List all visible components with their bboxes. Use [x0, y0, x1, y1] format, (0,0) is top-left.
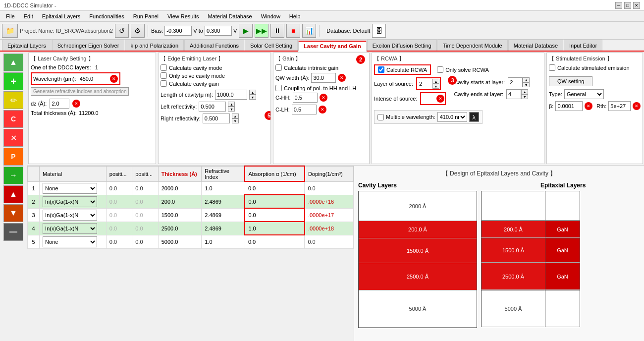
row-absorption[interactable]: 0.0	[245, 181, 304, 195]
right-reflect-spinners[interactable]: ▲ ▼	[232, 114, 239, 123]
tab-laser[interactable]: Laser Cavity and Gain	[298, 41, 367, 52]
tab-exciton[interactable]: Exciton Diffusion Setting	[367, 40, 437, 51]
layer-source-input[interactable]	[418, 79, 432, 89]
refresh-btn[interactable]: ↺	[115, 24, 129, 38]
cavity-starts-input[interactable]	[508, 77, 523, 87]
left-reflect-input[interactable]	[199, 102, 226, 112]
length-input[interactable]	[215, 90, 247, 100]
side-btn-move-down[interactable]: ▼	[3, 204, 23, 222]
bias-to-input[interactable]	[205, 26, 232, 36]
right-reflect-down[interactable]: ▼	[232, 118, 239, 123]
wavelength-dropdown[interactable]: 410.0 nm	[437, 112, 467, 122]
minimize-btn[interactable]: ─	[615, 2, 622, 9]
tab-time[interactable]: Time Dependent Module	[437, 40, 508, 51]
right-reflect-up[interactable]: ▲	[232, 114, 239, 118]
bias-from-input[interactable]	[164, 26, 192, 36]
table-row[interactable]: 2 In(x)Ga(1-x)N 0.0 0.0 200.0 2.4869 0.0…	[28, 195, 354, 208]
chh-clear[interactable]: ✕	[320, 94, 327, 102]
tab-material[interactable]: Material Database	[508, 40, 563, 51]
table-row[interactable]: 4 In(x)Ga(1-x)N 0.0 0.0 2500.0 2.4869 1.…	[28, 222, 354, 235]
play-btn[interactable]: ▶	[239, 24, 253, 38]
side-btn-delete[interactable]: ✕	[3, 129, 23, 147]
length-down[interactable]: ▼	[249, 95, 256, 100]
cs-up[interactable]: ▲	[523, 77, 530, 82]
menu-file[interactable]: File	[2, 12, 19, 20]
open-btn[interactable]: 📁	[2, 24, 18, 38]
run-btn[interactable]: ▶▶	[255, 24, 268, 38]
qw-setting-btn[interactable]: QW setting	[549, 76, 592, 86]
row-material[interactable]: In(x)Ga(1-x)N	[40, 208, 107, 222]
menu-functionalities[interactable]: Functionalities	[85, 12, 128, 20]
rth-input[interactable]	[608, 101, 631, 111]
menu-help[interactable]: Help	[285, 12, 305, 20]
ls-up[interactable]: ▲	[432, 79, 439, 84]
wavelength-input[interactable]	[78, 74, 108, 84]
menu-material-db[interactable]: Material Database	[204, 12, 256, 20]
menu-run[interactable]: Run Panel	[129, 12, 162, 20]
tab-epitaxial[interactable]: Epitaxial Layers	[2, 40, 52, 51]
tab-input[interactable]: Input Editor	[564, 40, 602, 51]
side-btn-up[interactable]: ▲	[3, 54, 23, 71]
tab-solar[interactable]: Solar Cell Setting	[245, 40, 298, 51]
only-solve-rcwa-cb[interactable]	[437, 66, 443, 73]
layer-source-spinners[interactable]: ▲ ▼	[432, 79, 439, 89]
type-select[interactable]: General	[564, 89, 604, 99]
table-row[interactable]: 3 In(x)Ga(1-x)N 0.0 0.0 1500.0 2.4869 0.…	[28, 208, 354, 222]
chart-btn[interactable]: 📊	[302, 24, 316, 38]
row-material[interactable]: In(x)Ga(1-x)N	[40, 195, 107, 208]
left-reflect-spinners[interactable]: ▲ ▼	[228, 102, 235, 112]
maximize-btn[interactable]: □	[624, 2, 631, 9]
row-absorption[interactable]: 1.0	[245, 222, 304, 235]
tab-additional[interactable]: Additional Functions	[184, 40, 244, 51]
right-reflect-input[interactable]	[203, 114, 230, 123]
table-row[interactable]: 1 None 0.0 0.0 2000.0 1.0 0.0 0.0	[28, 181, 354, 195]
intense-clear[interactable]: ✕	[436, 95, 444, 103]
dz-clear-btn[interactable]: ✕	[72, 100, 80, 108]
generate-btn[interactable]: Generate refractive indices and absorpti…	[31, 87, 129, 96]
ls-down[interactable]: ▼	[432, 84, 439, 89]
left-reflect-up[interactable]: ▲	[228, 102, 235, 107]
row-material[interactable]: None	[40, 235, 107, 248]
clh-clear[interactable]: ✕	[319, 106, 326, 114]
settings-btn[interactable]: ⚙	[131, 24, 145, 38]
menu-epitaxial[interactable]: Epitaxial Layers	[38, 12, 85, 20]
beta-clear[interactable]: ✕	[585, 102, 592, 110]
calc-cavity-mode-cb[interactable]	[161, 64, 167, 71]
row-absorption[interactable]: 0.0	[245, 195, 304, 208]
side-btn-p[interactable]: P	[3, 148, 23, 166]
calc-stim-cb[interactable]	[549, 64, 555, 71]
table-row[interactable]: 5 None 0.0 0.0 5000.0 1.0 0.0 0.0	[28, 235, 354, 248]
qw-width-input[interactable]	[311, 73, 336, 83]
cs-down[interactable]: ▼	[523, 82, 530, 87]
row-material[interactable]: In(x)Ga(1-x)N	[40, 222, 107, 235]
row-absorption[interactable]: 0.0	[245, 208, 304, 222]
side-btn-right[interactable]: →	[3, 167, 23, 184]
coupling-cb[interactable]	[275, 85, 282, 91]
calc-intrinsic-cb[interactable]	[275, 64, 282, 71]
ce-up[interactable]: ▲	[521, 89, 528, 94]
multi-wavelength-cb[interactable]	[377, 114, 384, 120]
ce-down[interactable]: ▼	[521, 94, 528, 99]
dz-input[interactable]	[50, 99, 69, 109]
intense-source-input[interactable]	[422, 94, 436, 104]
clh-input[interactable]	[292, 105, 317, 114]
cavity-ends-input[interactable]	[506, 89, 521, 99]
lambda-btn[interactable]: λ	[469, 112, 479, 122]
menu-window[interactable]: Window	[257, 12, 284, 20]
side-btn-c[interactable]: C	[3, 110, 23, 128]
pause-btn[interactable]: ⏸	[270, 24, 284, 38]
row-material[interactable]: None	[40, 181, 107, 195]
close-btn[interactable]: ✕	[633, 2, 640, 9]
left-reflect-down[interactable]: ▼	[228, 107, 235, 112]
db-icon-btn[interactable]: 🗄	[372, 24, 386, 38]
chh-input[interactable]	[293, 93, 318, 103]
cavity-ends-spinners[interactable]: ▲ ▼	[521, 89, 528, 99]
only-solve-cb[interactable]	[161, 72, 167, 79]
calc-rcwa-cb[interactable]	[378, 66, 384, 73]
side-btn-add[interactable]: +	[3, 72, 23, 90]
beta-input[interactable]	[555, 101, 583, 111]
rth-clear[interactable]: ✕	[633, 102, 641, 110]
side-btn-minus[interactable]: —	[3, 223, 23, 241]
side-btn-move-up[interactable]: ▲	[3, 185, 23, 203]
window-controls[interactable]: ─ □ ✕	[615, 2, 640, 9]
